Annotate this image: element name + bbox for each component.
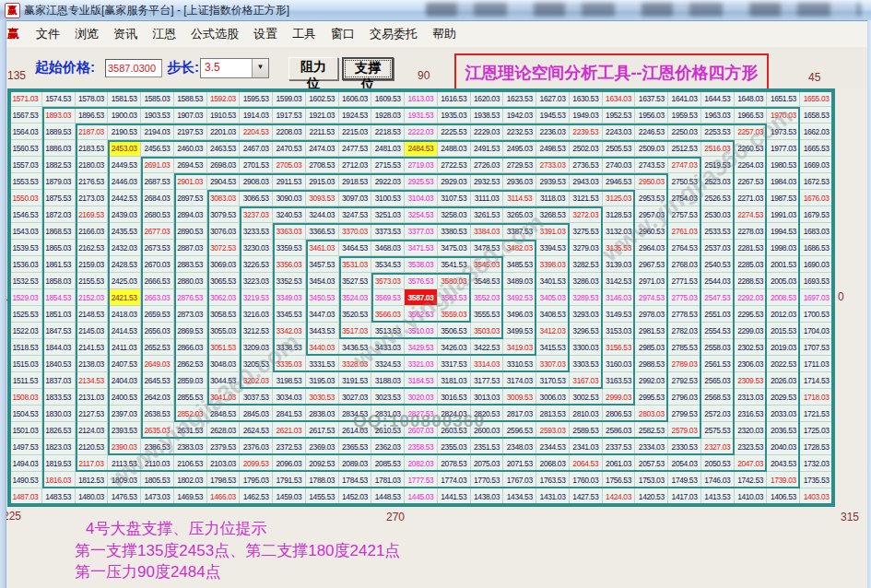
price-cell: 2509.03 <box>635 140 668 157</box>
price-cell: 3370.03 <box>339 223 372 240</box>
price-cell: 3289.53 <box>570 289 603 306</box>
price-cell: 2673.53 <box>141 240 174 256</box>
menu-item-tools[interactable]: 工具 <box>285 23 324 45</box>
price-cell: 2390.03 <box>108 439 141 455</box>
price-cell: 2656.03 <box>141 323 174 339</box>
price-cell: 2918.53 <box>339 173 372 190</box>
price-cell: 1672.53 <box>800 173 833 190</box>
price-cell: 3576.53 <box>405 273 438 289</box>
price-cell: 2820.53 <box>471 406 504 422</box>
menu-item-gann[interactable]: 江恩 <box>145 23 183 45</box>
price-cell: 2652.53 <box>141 339 174 356</box>
price-cell: 2323.53 <box>735 439 768 455</box>
price-cell: 3209.03 <box>240 339 273 356</box>
price-cell: 1788.03 <box>306 472 339 488</box>
price-cell: 2729.53 <box>503 157 536 173</box>
price-cell: 1966.53 <box>735 107 768 123</box>
window-titlebar: 赢 赢家江恩专业版[赢家服务平台] - [上证指数价格正方形] <box>0 0 871 21</box>
start-price-input[interactable] <box>105 59 162 77</box>
price-cell: 2610.53 <box>371 422 405 439</box>
tool-banner: 江恩理论空间分析工具--江恩价格四方形 <box>454 53 769 91</box>
price-cell: 2603.53 <box>438 422 471 439</box>
price-cell: 1550.03 <box>9 190 42 206</box>
price-cell: 2890.53 <box>174 223 207 240</box>
price-cell: 2078.53 <box>438 455 471 472</box>
price-cell: 2743.53 <box>635 157 668 173</box>
price-cell: 2901.03 <box>174 173 207 190</box>
menu-item-trade[interactable]: 交易委托 <box>362 23 425 45</box>
price-cell: 1609.53 <box>371 90 405 107</box>
price-cell: 3324.53 <box>371 356 405 372</box>
price-cell: 2145.03 <box>76 323 109 339</box>
price-cell: 1637.53 <box>635 90 668 107</box>
price-cell: 2036.53 <box>767 422 800 439</box>
price-cell: 1508.03 <box>9 389 42 406</box>
price-cell: 3202.03 <box>240 372 273 389</box>
price-cell: 3058.53 <box>207 306 241 323</box>
menu-bar: 赢 文件 浏览 资讯 江恩 公式选股 设置 工具 窗口 交易委托 帮助 <box>0 21 871 48</box>
menu-item-help[interactable]: 帮助 <box>425 23 464 45</box>
price-cell: 2075.03 <box>471 455 504 472</box>
price-cell: 2680.53 <box>141 206 174 223</box>
price-cell: 3097.03 <box>339 190 372 206</box>
price-cell: 2057.53 <box>635 455 668 472</box>
menu-item-news[interactable]: 资讯 <box>106 23 145 45</box>
price-cell: 2397.03 <box>108 406 141 422</box>
price-cell: 3541.53 <box>438 256 471 273</box>
price-cell: 2463.53 <box>207 140 241 157</box>
price-cell: 2600.03 <box>471 422 504 439</box>
start-price-label: 起始价格: <box>35 59 95 76</box>
highlight-cell-135: 2453.03 <box>108 140 141 157</box>
price-cell: 1459.03 <box>273 488 306 505</box>
price-cell: 3142.53 <box>603 273 636 289</box>
price-cell: 2099.53 <box>240 455 273 472</box>
price-cell: 2642.03 <box>141 389 174 406</box>
menu-item-formula-stock-pick[interactable]: 公式选股 <box>183 23 246 45</box>
price-cell: 2631.53 <box>174 422 207 439</box>
price-cell: 2869.53 <box>174 323 207 339</box>
price-cell: 3198.53 <box>273 372 306 389</box>
price-cell: 3492.53 <box>503 289 536 306</box>
price-cell: 2488.03 <box>438 140 471 157</box>
price-cell: 1490.53 <box>9 472 42 488</box>
price-cell: 1886.03 <box>42 140 76 157</box>
price-cell: 3461.03 <box>306 240 339 256</box>
price-cell: 2260.53 <box>735 140 768 157</box>
price-cell: 1851.03 <box>42 306 76 323</box>
price-cell: 2169.53 <box>76 206 109 223</box>
price-cell: 2418.03 <box>108 306 141 323</box>
price-cell: 2183.53 <box>76 140 109 157</box>
price-cell: 1826.53 <box>42 422 76 439</box>
menu-item-settings[interactable]: 设置 <box>246 23 285 45</box>
support-button[interactable]: 支撑位 <box>342 57 394 80</box>
menu-item-browse[interactable]: 浏览 <box>67 23 106 45</box>
price-cell: 2026.03 <box>767 372 800 389</box>
price-cell: 2799.53 <box>668 406 701 422</box>
price-cell: 2516.03 <box>701 140 735 157</box>
highlight-cell-180: 2421.53 <box>108 289 141 306</box>
price-cell: 2554.53 <box>701 323 735 339</box>
price-cell: 2015.53 <box>767 323 800 339</box>
menu-item-file[interactable]: 文件 <box>29 23 67 45</box>
price-cell: 1861.53 <box>42 256 76 273</box>
price-cell: 3527.53 <box>339 273 372 289</box>
price-cell: 3121.53 <box>570 190 603 206</box>
price-cell: 3279.03 <box>570 240 603 256</box>
price-cell: 1952.53 <box>603 107 636 123</box>
price-cell: 3412.03 <box>536 323 570 339</box>
dropdown-arrow-icon[interactable]: ▼ <box>252 59 268 77</box>
resistance-button[interactable]: 阻力位 <box>288 57 338 80</box>
step-select[interactable]: 3.5 ▼ <box>200 58 269 78</box>
menu-item-window[interactable]: 窗口 <box>324 23 362 45</box>
price-cell: 2981.53 <box>635 323 668 339</box>
price-cell: 1462.53 <box>240 488 273 505</box>
price-cell: 2176.53 <box>76 173 109 190</box>
price-cell: 1592.03 <box>207 90 241 107</box>
price-cell: 2649.03 <box>141 356 174 372</box>
price-cell: 2285.03 <box>735 256 768 273</box>
price-cell: 3524.03 <box>339 289 372 306</box>
price-cell: 1665.53 <box>800 140 833 157</box>
price-cell: 2705.03 <box>273 157 306 173</box>
price-cell: 3349.03 <box>273 289 306 306</box>
price-cell: 2201.03 <box>207 123 241 140</box>
